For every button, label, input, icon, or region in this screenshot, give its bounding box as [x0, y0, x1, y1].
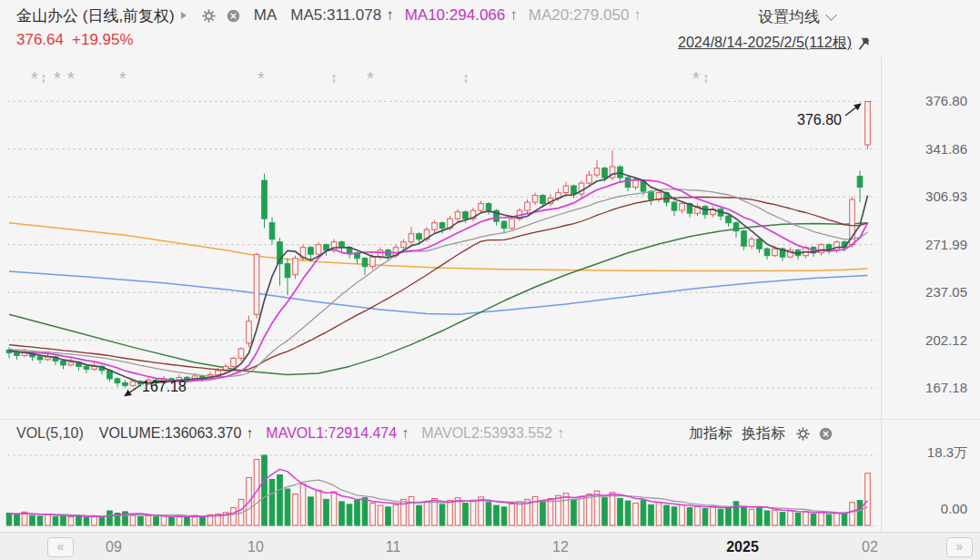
- chart-header: 金山办公 (日线,前复权) MA MA5:311.078 ↑ MA10:294.…: [16, 4, 642, 27]
- last-price: 376.64: [16, 31, 64, 49]
- time-tick: 11: [386, 539, 401, 555]
- ma5-up-arrow-icon: ↑: [386, 6, 394, 25]
- price-tick: 341.86: [925, 141, 967, 157]
- price-axis: 376.80341.86306.93271.99237.05202.12167.…: [910, 0, 980, 560]
- ma-settings-gear-icon[interactable]: [202, 9, 216, 23]
- switch-indicator-button[interactable]: 换指标: [742, 424, 785, 443]
- ma-indicator-label: MA: [254, 6, 278, 25]
- chevron-down-icon: [825, 9, 837, 21]
- mavol1-up-arrow-icon: ↑: [401, 425, 409, 442]
- vol-indicator-label: VOL(5,10): [16, 425, 84, 442]
- chart-canvas[interactable]: *↕****↕*↕*↕376.80167.18: [0, 0, 980, 560]
- mavol2-up-arrow-icon: ↑: [557, 425, 564, 442]
- stock-chart-app: *↕****↕*↕*↕376.80167.18 金山办公 (日线,前复权) MA…: [0, 0, 980, 560]
- scroll-right-button[interactable]: »: [946, 537, 973, 557]
- price-tick: 306.93: [925, 188, 967, 204]
- time-axis: « 09101112202502 »: [0, 532, 980, 560]
- pin-icon: [856, 36, 871, 51]
- date-range-link[interactable]: 2024/8/14-2025/2/5(112根): [678, 34, 871, 53]
- time-tick: 09: [106, 539, 122, 555]
- current-price: 376.64 +19.95%: [16, 31, 134, 49]
- ma-close-icon[interactable]: [227, 9, 240, 23]
- volume-header: VOL(5,10) VOLUME:136063.370 ↑ MAVOL1:729…: [16, 425, 564, 442]
- event-star-marker-icon[interactable]: *: [258, 68, 265, 88]
- volume-close-icon[interactable]: [819, 427, 833, 441]
- volume-settings-gear-icon[interactable]: [796, 427, 810, 441]
- price-tick: 271.99: [925, 237, 967, 252]
- price-tick: 376.80: [925, 93, 967, 108]
- low-annotation: 167.18: [142, 379, 187, 394]
- mavol2-value: MAVOL2:53933.552: [421, 425, 552, 442]
- ma10-value: MA10:294.066: [405, 6, 506, 25]
- set-ma-label: 设置均线: [758, 6, 820, 27]
- time-tick: 02: [862, 539, 878, 555]
- set-ma-button[interactable]: 设置均线: [758, 6, 835, 27]
- volume-value: VOLUME:136063.370: [99, 425, 242, 442]
- high-annotation: 376.80: [797, 112, 842, 127]
- event-star-marker-icon[interactable]: *: [31, 68, 38, 88]
- price-tick: 237.05: [925, 284, 967, 300]
- volume-tick: 0.00: [941, 501, 967, 516]
- event-updown-marker-icon[interactable]: ↕: [330, 69, 338, 85]
- expand-caret-icon[interactable]: [181, 12, 187, 19]
- price-tick: 202.12: [925, 332, 967, 348]
- volume-toolbar: 加指标 换指标: [689, 424, 833, 443]
- time-tick: 10: [248, 539, 264, 555]
- ma20-value: MA20:279.050: [529, 6, 630, 25]
- price-tick: 167.18: [925, 380, 967, 395]
- symbol-title[interactable]: 金山办公 (日线,前复权): [16, 5, 175, 26]
- time-tick: 2025: [726, 539, 759, 555]
- ma5-value: MA5:311.078: [290, 6, 381, 25]
- event-star-marker-icon[interactable]: *: [367, 68, 374, 88]
- event-star-marker-icon[interactable]: *: [54, 68, 61, 88]
- add-indicator-button[interactable]: 加指标: [689, 424, 732, 443]
- mavol1-value: MAVOL1:72914.474: [266, 425, 397, 442]
- event-star-marker-icon[interactable]: *: [692, 68, 700, 88]
- scroll-left-button[interactable]: «: [47, 537, 74, 557]
- ma20-up-arrow-icon: ↑: [633, 6, 642, 25]
- volume-tick: 18.3万: [927, 444, 967, 462]
- event-updown-marker-icon[interactable]: ↕: [702, 69, 710, 85]
- event-star-marker-icon[interactable]: *: [119, 68, 126, 88]
- date-range-text: 2024/8/14-2025/2/5(112根): [678, 34, 852, 53]
- event-updown-marker-icon[interactable]: ↕: [40, 69, 47, 85]
- volume-up-arrow-icon: ↑: [246, 425, 253, 442]
- event-updown-marker-icon[interactable]: ↕: [462, 69, 470, 85]
- price-change-percent: +19.95%: [72, 31, 134, 49]
- ma10-up-arrow-icon: ↑: [510, 6, 518, 25]
- time-tick: 12: [552, 539, 569, 555]
- event-star-marker-icon[interactable]: *: [67, 68, 75, 88]
